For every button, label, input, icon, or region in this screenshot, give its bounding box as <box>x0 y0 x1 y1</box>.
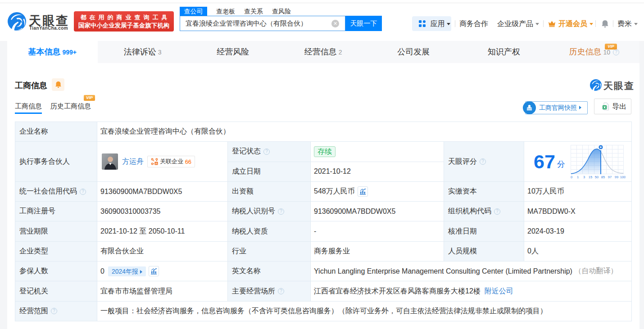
svg-text:15: 15 <box>589 175 592 179</box>
svg-text:100: 100 <box>620 175 626 179</box>
svg-text:3: 3 <box>583 175 585 179</box>
svg-text:97: 97 <box>608 175 612 179</box>
svg-text:99: 99 <box>615 175 618 179</box>
svg-text:0: 0 <box>571 175 572 179</box>
svg-text:50: 50 <box>595 175 599 179</box>
svg-text:85: 85 <box>601 175 605 179</box>
svg-text:1: 1 <box>577 175 579 179</box>
